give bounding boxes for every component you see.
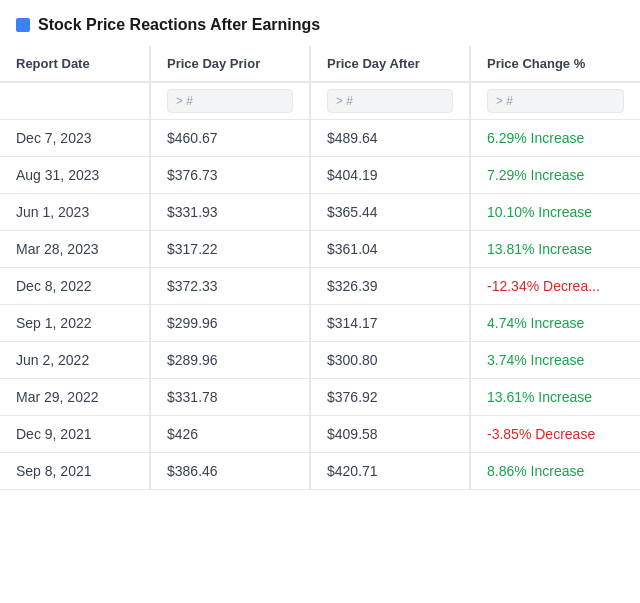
cell-date: Dec 9, 2021 xyxy=(0,416,150,453)
cell-price-prior: $426 xyxy=(150,416,310,453)
cell-price-after: $404.19 xyxy=(310,157,470,194)
cell-date: Sep 8, 2021 xyxy=(0,453,150,490)
filter-input-2[interactable]: > # xyxy=(327,89,453,113)
cell-price-prior: $460.67 xyxy=(150,120,310,157)
earnings-table: Report Date Price Day Prior Price Day Af… xyxy=(0,46,640,490)
cell-price-change: 3.74% Increase xyxy=(470,342,640,379)
cell-price-after: $361.04 xyxy=(310,231,470,268)
col-header-price-after: Price Day After xyxy=(310,46,470,82)
cell-price-change: 13.81% Increase xyxy=(470,231,640,268)
table-row: Dec 9, 2021$426$409.58-3.85% Decrease xyxy=(0,416,640,453)
cell-price-after: $489.64 xyxy=(310,120,470,157)
cell-date: Mar 29, 2022 xyxy=(0,379,150,416)
table-row: Aug 31, 2023$376.73$404.197.29% Increase xyxy=(0,157,640,194)
cell-price-change: 7.29% Increase xyxy=(470,157,640,194)
cell-price-after: $365.44 xyxy=(310,194,470,231)
filter-cell-1[interactable]: > # xyxy=(150,82,310,120)
table-row: Sep 1, 2022$299.96$314.174.74% Increase xyxy=(0,305,640,342)
cell-price-after: $300.80 xyxy=(310,342,470,379)
cell-price-prior: $376.73 xyxy=(150,157,310,194)
cell-date: Aug 31, 2023 xyxy=(0,157,150,194)
cell-price-prior: $372.33 xyxy=(150,268,310,305)
table-row: Sep 8, 2021$386.46$420.718.86% Increase xyxy=(0,453,640,490)
cell-price-prior: $289.96 xyxy=(150,342,310,379)
cell-price-change: 13.61% Increase xyxy=(470,379,640,416)
cell-date: Jun 1, 2023 xyxy=(0,194,150,231)
cell-date: Dec 7, 2023 xyxy=(0,120,150,157)
cell-price-prior: $331.78 xyxy=(150,379,310,416)
table-header-row: Report Date Price Day Prior Price Day Af… xyxy=(0,46,640,82)
table-row: Mar 28, 2023$317.22$361.0413.81% Increas… xyxy=(0,231,640,268)
title-icon xyxy=(16,18,30,32)
cell-price-prior: $317.22 xyxy=(150,231,310,268)
cell-price-change: -12.34% Decrea... xyxy=(470,268,640,305)
cell-price-change: 10.10% Increase xyxy=(470,194,640,231)
filter-input-1[interactable]: > # xyxy=(167,89,293,113)
cell-price-prior: $331.93 xyxy=(150,194,310,231)
filter-cell-3[interactable]: > # xyxy=(470,82,640,120)
filter-input-3[interactable]: > # xyxy=(487,89,624,113)
table-row: Dec 7, 2023$460.67$489.646.29% Increase xyxy=(0,120,640,157)
filter-cell-0 xyxy=(0,82,150,120)
cell-date: Jun 2, 2022 xyxy=(0,342,150,379)
cell-price-after: $376.92 xyxy=(310,379,470,416)
cell-price-after: $420.71 xyxy=(310,453,470,490)
cell-price-change: 4.74% Increase xyxy=(470,305,640,342)
table-row: Dec 8, 2022$372.33$326.39-12.34% Decrea.… xyxy=(0,268,640,305)
table-row: Mar 29, 2022$331.78$376.9213.61% Increas… xyxy=(0,379,640,416)
table-row: Jun 1, 2023$331.93$365.4410.10% Increase xyxy=(0,194,640,231)
cell-price-change: -3.85% Decrease xyxy=(470,416,640,453)
col-header-price-prior: Price Day Prior xyxy=(150,46,310,82)
cell-price-prior: $386.46 xyxy=(150,453,310,490)
table-row: Jun 2, 2022$289.96$300.803.74% Increase xyxy=(0,342,640,379)
main-container: Stock Price Reactions After Earnings Rep… xyxy=(0,0,640,603)
page-title: Stock Price Reactions After Earnings xyxy=(38,16,320,34)
cell-price-prior: $299.96 xyxy=(150,305,310,342)
cell-price-after: $314.17 xyxy=(310,305,470,342)
col-header-price-change: Price Change % xyxy=(470,46,640,82)
cell-price-change: 8.86% Increase xyxy=(470,453,640,490)
cell-date: Sep 1, 2022 xyxy=(0,305,150,342)
cell-price-change: 6.29% Increase xyxy=(470,120,640,157)
cell-price-after: $409.58 xyxy=(310,416,470,453)
filter-cell-2[interactable]: > # xyxy=(310,82,470,120)
cell-price-after: $326.39 xyxy=(310,268,470,305)
cell-date: Dec 8, 2022 xyxy=(0,268,150,305)
cell-date: Mar 28, 2023 xyxy=(0,231,150,268)
col-header-report-date: Report Date xyxy=(0,46,150,82)
filter-row[interactable]: > #> #> # xyxy=(0,82,640,120)
title-row: Stock Price Reactions After Earnings xyxy=(0,16,640,46)
